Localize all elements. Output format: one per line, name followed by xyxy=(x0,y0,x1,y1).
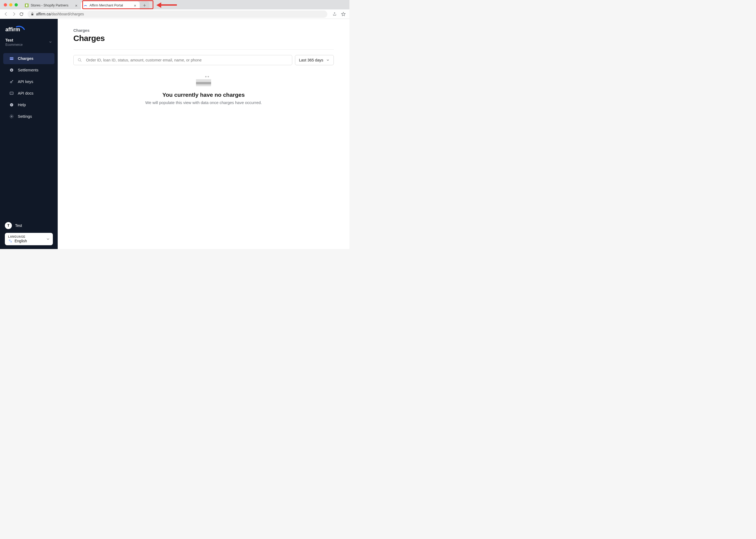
sidebar-item-api-keys[interactable]: API keys xyxy=(3,76,54,87)
empty-state: You currently have no charges We will po… xyxy=(73,74,334,105)
reload-button[interactable] xyxy=(18,11,24,17)
user-name: Test xyxy=(15,223,22,228)
sidebar-item-label: API keys xyxy=(18,80,33,84)
url-path: /dashboard/charges xyxy=(50,12,84,16)
browser-tab-affirm[interactable]: Affirm Merchant Portal × xyxy=(81,1,140,9)
avatar: T xyxy=(5,222,12,229)
sidebar-item-charges[interactable]: Charges xyxy=(3,53,54,64)
lock-icon xyxy=(31,12,34,16)
code-icon xyxy=(9,91,14,96)
affirm-favicon-icon xyxy=(84,4,87,7)
search-icon xyxy=(77,58,82,62)
sidebar-item-label: Settlements xyxy=(18,68,39,72)
card-icon xyxy=(9,56,14,61)
sidebar-item-settlements[interactable]: $ Settlements xyxy=(3,65,54,76)
empty-card-icon xyxy=(196,74,211,86)
page-title: Charges xyxy=(73,34,334,43)
app-root: affirm Test Ecommerce Charges $ xyxy=(0,19,349,249)
svg-text:$: $ xyxy=(11,69,12,71)
empty-body: We will populate this view with data onc… xyxy=(73,100,334,105)
shopify-favicon-icon xyxy=(25,4,29,7)
chevron-down-icon xyxy=(48,40,52,44)
tab-title: Stores - Shopify Partners xyxy=(31,4,72,7)
merchant-subtitle: Ecommerce xyxy=(5,43,23,46)
sidebar-item-api-docs[interactable]: API docs xyxy=(3,88,54,99)
empty-heading: You currently have no charges xyxy=(73,92,334,98)
sidebar-item-label: Charges xyxy=(18,56,34,61)
svg-rect-6 xyxy=(10,92,13,95)
svg-point-12 xyxy=(78,58,81,61)
date-filter-button[interactable]: Last 365 days xyxy=(295,55,334,65)
browser-tab-shopify[interactable]: Stores - Shopify Partners × xyxy=(22,1,81,9)
back-button[interactable] xyxy=(3,11,9,17)
search-input[interactable] xyxy=(85,58,288,62)
sidebar: affirm Test Ecommerce Charges $ xyxy=(0,19,58,249)
browser-tab-strip: Stores - Shopify Partners × Affirm Merch… xyxy=(0,0,349,9)
date-filter-label: Last 365 days xyxy=(299,58,323,62)
chevron-down-icon xyxy=(46,237,50,241)
sidebar-item-help[interactable]: ? Help xyxy=(3,100,54,111)
key-icon xyxy=(9,79,14,84)
svg-text:?: ? xyxy=(11,104,12,106)
gear-icon xyxy=(9,114,14,119)
sidebar-item-label: API docs xyxy=(18,91,34,95)
browser-toolbar: affirm.ca/dashboard/charges xyxy=(0,9,349,19)
user-menu[interactable]: T Test xyxy=(5,222,53,229)
svg-text:文: 文 xyxy=(9,239,11,241)
close-tab-icon[interactable]: × xyxy=(133,4,137,7)
merchant-name: Test xyxy=(5,38,23,43)
window-close-button[interactable] xyxy=(4,3,7,6)
main-content: Charges Charges Last 365 days xyxy=(58,19,349,249)
chevron-down-icon xyxy=(326,58,330,62)
address-bar[interactable]: affirm.ca/dashboard/charges xyxy=(28,11,327,18)
help-icon: ? xyxy=(9,103,14,107)
filter-row: Last 365 days xyxy=(73,55,334,65)
dollar-circle-icon: $ xyxy=(9,68,14,72)
language-label: LANGUAGE xyxy=(8,235,27,238)
sidebar-item-label: Settings xyxy=(18,114,32,118)
window-zoom-button[interactable] xyxy=(15,3,18,6)
sidebar-nav: Charges $ Settlements API keys API docs xyxy=(0,52,58,122)
breadcrumb: Charges xyxy=(73,28,334,33)
window-traffic-lights xyxy=(4,3,18,6)
svg-rect-2 xyxy=(10,58,13,58)
merchant-switcher[interactable]: Test Ecommerce xyxy=(0,36,58,50)
window-minimize-button[interactable] xyxy=(9,3,12,6)
new-tab-button[interactable] xyxy=(140,1,149,9)
forward-button[interactable] xyxy=(11,11,17,17)
url-host: affirm.ca xyxy=(36,12,50,16)
sidebar-footer: T Test LANGUAGE 文A English xyxy=(0,222,58,245)
sidebar-item-settings[interactable]: Settings xyxy=(3,111,54,122)
language-selector[interactable]: LANGUAGE 文A English xyxy=(5,233,53,245)
bookmark-icon[interactable] xyxy=(340,11,346,17)
affirm-logo: affirm xyxy=(0,19,58,36)
translate-icon: 文A xyxy=(8,239,12,243)
close-tab-icon[interactable]: × xyxy=(74,4,78,7)
tab-title: Affirm Merchant Portal xyxy=(90,4,131,7)
language-value: English xyxy=(15,239,27,243)
svg-point-9 xyxy=(11,116,12,117)
svg-text:A: A xyxy=(11,241,12,243)
sidebar-item-label: Help xyxy=(18,103,26,107)
svg-point-5 xyxy=(10,82,12,83)
share-icon[interactable] xyxy=(332,11,338,17)
search-box[interactable] xyxy=(73,55,292,65)
svg-text:affirm: affirm xyxy=(5,27,20,32)
